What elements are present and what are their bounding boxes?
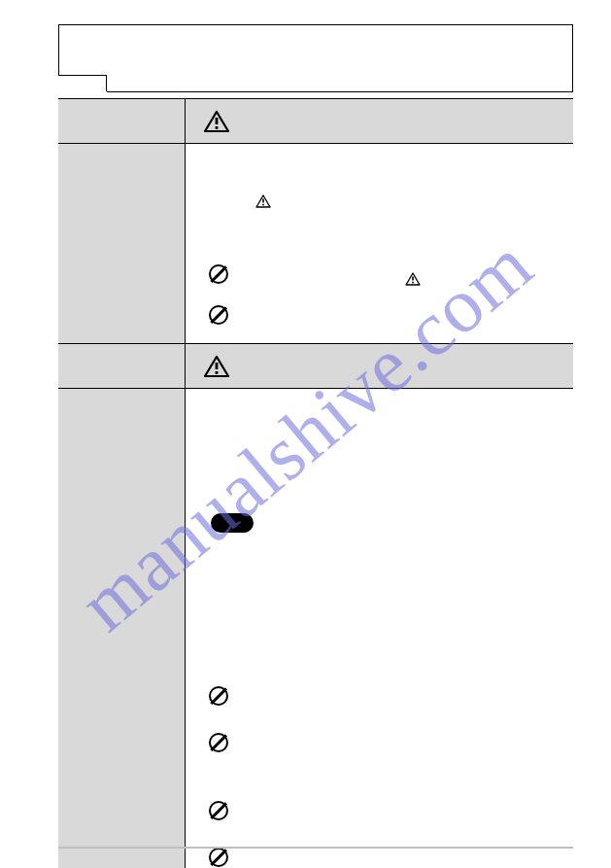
warning-triangle-icon bbox=[203, 110, 230, 133]
section-2-sidebar bbox=[58, 389, 186, 868]
section-1-content-head bbox=[186, 99, 573, 143]
svg-rect-7 bbox=[216, 371, 219, 374]
header-box bbox=[58, 24, 573, 92]
prohibit-icon bbox=[209, 733, 228, 752]
svg-rect-3 bbox=[262, 204, 264, 206]
section-2-body bbox=[58, 388, 573, 868]
svg-rect-0 bbox=[216, 118, 219, 124]
svg-rect-2 bbox=[262, 199, 264, 203]
header-tab bbox=[58, 75, 107, 92]
warning-triangle-icon bbox=[203, 355, 230, 378]
section-2-header bbox=[58, 343, 573, 388]
prohibit-icon bbox=[209, 264, 228, 284]
section-1-sidebar bbox=[58, 144, 186, 343]
small-warning-icon bbox=[255, 194, 271, 208]
section-1-sidebar-head bbox=[58, 99, 186, 143]
section-1-body bbox=[58, 143, 573, 343]
prohibit-icon bbox=[209, 686, 228, 706]
section-2-sidebar-head bbox=[58, 344, 186, 388]
svg-rect-4 bbox=[412, 277, 414, 281]
svg-rect-1 bbox=[216, 126, 219, 129]
section-2-content-head bbox=[186, 344, 573, 388]
prohibit-icon bbox=[209, 305, 228, 325]
footer-rule bbox=[58, 847, 573, 849]
vertical-divider bbox=[185, 98, 186, 868]
black-lozenge bbox=[211, 513, 254, 533]
page-container bbox=[58, 24, 573, 868]
svg-rect-5 bbox=[412, 282, 414, 284]
section-1-header bbox=[58, 98, 573, 143]
content-grid bbox=[58, 98, 573, 868]
section-2-content bbox=[186, 389, 573, 868]
prohibit-icon bbox=[209, 848, 228, 867]
prohibit-icon bbox=[209, 801, 228, 820]
section-1-content bbox=[186, 144, 573, 343]
small-warning-icon bbox=[405, 272, 421, 286]
svg-rect-6 bbox=[216, 363, 219, 369]
